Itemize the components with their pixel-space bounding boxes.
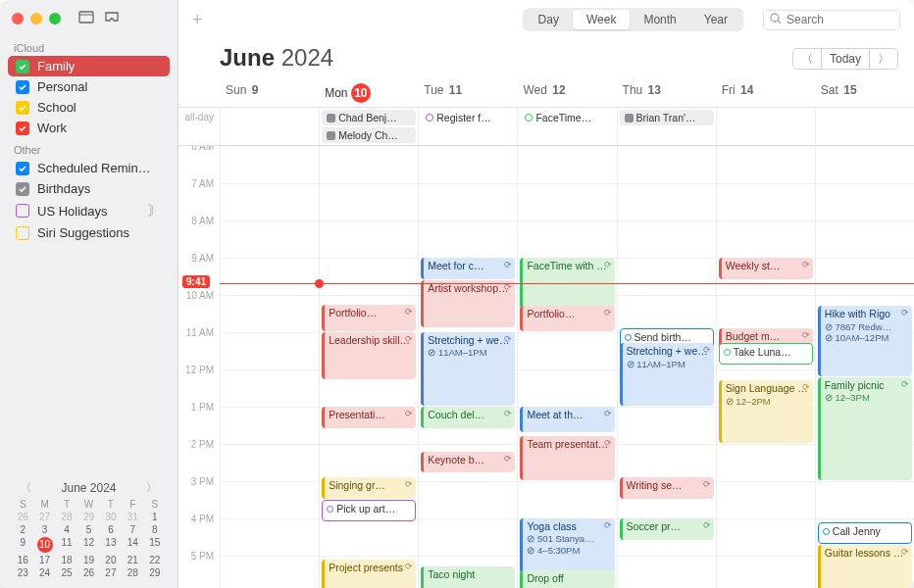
event[interactable]: Take Luna… bbox=[719, 343, 813, 365]
mini-day[interactable]: 16 bbox=[12, 555, 33, 565]
mini-day[interactable]: 21 bbox=[122, 555, 143, 565]
zoom-button[interactable] bbox=[49, 13, 61, 24]
allday-cell[interactable]: Brian Tran'… bbox=[617, 108, 716, 145]
checkbox-icon[interactable] bbox=[16, 204, 29, 218]
mini-day[interactable]: 7 bbox=[122, 524, 143, 535]
checkbox-icon[interactable] bbox=[16, 122, 29, 135]
calendar-siri-suggestions[interactable]: Siri Suggestions bbox=[8, 222, 170, 243]
day-col-12[interactable]: FaceTime with Gran…⟳Portfolio…⟳Meet at t… bbox=[517, 146, 616, 588]
mini-grid[interactable]: SMTWTFS262728293031123456789101112131415… bbox=[12, 499, 166, 578]
checkbox-icon[interactable] bbox=[16, 182, 29, 196]
mini-day[interactable]: 10 bbox=[37, 537, 53, 553]
mini-day[interactable]: 31 bbox=[122, 512, 143, 522]
mini-day[interactable]: 27 bbox=[100, 567, 122, 578]
event[interactable]: Presentati…⟳ bbox=[322, 407, 416, 428]
calendar-scheduled-remin-[interactable]: Scheduled Remin… bbox=[8, 158, 170, 178]
event[interactable]: Pick up art… bbox=[322, 500, 416, 521]
event[interactable]: Family picnic⊘ 12–3PM⟳ bbox=[818, 377, 912, 480]
mini-day[interactable]: 26 bbox=[12, 512, 33, 522]
calendar-birthdays[interactable]: Birthdays bbox=[8, 178, 170, 199]
event[interactable]: Sign Language Club⊘ 12–2PM⟳ bbox=[719, 380, 813, 443]
event[interactable]: Guitar lessons wi…⟳ bbox=[818, 545, 912, 588]
allday-event[interactable]: Brian Tran'… bbox=[620, 110, 714, 125]
allday-cell[interactable] bbox=[220, 108, 319, 145]
minimize-button[interactable] bbox=[30, 13, 42, 24]
mini-day[interactable]: 29 bbox=[144, 567, 166, 578]
day-col-15[interactable]: Hike with Rigo⊘ 7867 Redw…⊘ 10AM–12PM⟳Fa… bbox=[815, 146, 914, 588]
checkbox-icon[interactable] bbox=[16, 101, 29, 115]
day-header-11[interactable]: Tue 11 bbox=[418, 79, 517, 107]
mini-day[interactable]: 20 bbox=[100, 555, 122, 565]
allday-cell[interactable]: Register f… bbox=[418, 108, 517, 145]
allday-event[interactable]: Melody Ch… bbox=[322, 127, 416, 143]
checkbox-icon[interactable] bbox=[16, 162, 29, 175]
event[interactable]: Stretching + weights⊘ 11AM–1PM⟳ bbox=[421, 332, 515, 406]
event[interactable]: Yoga class⊘ 501 Stanya…⊘ 4–5:30PM⟳ bbox=[520, 518, 614, 573]
add-event-button[interactable]: + bbox=[192, 10, 203, 30]
checkbox-icon[interactable] bbox=[16, 80, 29, 94]
event[interactable]: Meet for c…⟳ bbox=[421, 258, 515, 279]
event[interactable]: Hike with Rigo⊘ 7867 Redw…⊘ 10AM–12PM⟳ bbox=[818, 306, 912, 375]
calendar-work[interactable]: Work bbox=[8, 118, 170, 138]
mini-day[interactable]: 13 bbox=[100, 537, 122, 553]
mini-day[interactable]: 22 bbox=[144, 555, 166, 565]
event[interactable]: Team presentati…⟳ bbox=[520, 436, 614, 480]
mini-day[interactable]: 25 bbox=[56, 567, 77, 578]
mini-day[interactable]: 17 bbox=[33, 555, 55, 565]
day-header-10[interactable]: Mon 10 bbox=[319, 79, 418, 107]
inbox-icon[interactable] bbox=[104, 10, 120, 26]
event[interactable]: Leadership skills work…⟳ bbox=[322, 332, 416, 379]
calendar-school[interactable]: School bbox=[8, 97, 170, 118]
today-button[interactable]: Today bbox=[822, 48, 870, 70]
event[interactable]: Soccer pr…⟳ bbox=[620, 518, 714, 540]
mini-day[interactable]: 29 bbox=[77, 512, 99, 522]
day-header-12[interactable]: Wed 12 bbox=[517, 79, 616, 107]
mini-day[interactable]: 30 bbox=[100, 512, 122, 522]
day-header-14[interactable]: Fri 14 bbox=[716, 79, 815, 107]
event[interactable]: Taco night bbox=[421, 566, 515, 588]
mini-day[interactable]: 19 bbox=[77, 555, 99, 565]
grid-wrap[interactable]: 6 AM7 AM8 AM9 AM10 AM11 AM12 PM1 PM2 PM3… bbox=[178, 146, 914, 588]
close-button[interactable] bbox=[12, 13, 24, 24]
search-field[interactable] bbox=[763, 10, 900, 30]
day-col-14[interactable]: Weekly st…⟳Budget m…⟳Take Luna…Sign Lang… bbox=[716, 146, 815, 588]
mini-day[interactable]: 18 bbox=[56, 555, 77, 565]
allday-cell[interactable]: Chad Benj…Melody Ch… bbox=[319, 108, 418, 145]
mini-day[interactable]: 28 bbox=[122, 567, 143, 578]
day-col-11[interactable]: Meet for c…⟳Artist workshop…⟳Stretching … bbox=[418, 146, 517, 588]
mini-day[interactable]: 26 bbox=[77, 567, 99, 578]
allday-cell[interactable]: FaceTime… bbox=[517, 108, 616, 145]
allday-event[interactable]: FaceTime… bbox=[520, 110, 614, 125]
checkbox-icon[interactable] bbox=[16, 226, 29, 240]
mini-day[interactable]: 8 bbox=[144, 524, 166, 535]
search-input[interactable] bbox=[787, 13, 893, 26]
event[interactable]: Stretching + weights⊘ 11AM–1PM⟳ bbox=[620, 343, 714, 406]
view-month[interactable]: Month bbox=[630, 10, 689, 29]
event[interactable]: Meet at th…⟳ bbox=[520, 407, 614, 432]
day-header-15[interactable]: Sat 15 bbox=[815, 79, 914, 107]
calendar-family[interactable]: Family bbox=[8, 56, 170, 76]
event[interactable]: Drop off bbox=[520, 570, 614, 588]
checkbox-icon[interactable] bbox=[16, 60, 29, 74]
event[interactable]: Portfolio…⟳ bbox=[520, 306, 614, 331]
mini-day[interactable]: 9 bbox=[12, 537, 33, 553]
allday-event[interactable]: Chad Benj… bbox=[322, 110, 416, 125]
event[interactable]: Project presents⟳ bbox=[322, 560, 416, 588]
calendar-us-holidays[interactable]: US Holidays〙 bbox=[8, 199, 170, 222]
mini-day[interactable]: 14 bbox=[122, 537, 143, 553]
prev-week-button[interactable]: 〈 bbox=[792, 48, 822, 70]
view-year[interactable]: Year bbox=[690, 10, 741, 29]
mini-day[interactable]: 27 bbox=[33, 512, 55, 522]
event[interactable]: Portfolio…⟳ bbox=[322, 305, 416, 332]
mini-day[interactable]: 3 bbox=[33, 524, 55, 535]
mini-next-button[interactable]: 〉 bbox=[146, 480, 157, 495]
allday-cell[interactable] bbox=[815, 108, 914, 145]
event[interactable]: Weekly st…⟳ bbox=[719, 258, 813, 279]
mini-day[interactable]: 11 bbox=[56, 537, 77, 553]
day-col-9[interactable] bbox=[220, 146, 319, 588]
day-col-10[interactable]: Portfolio…⟳Leadership skills work…⟳Prese… bbox=[319, 146, 418, 588]
event[interactable]: Writing se…⟳ bbox=[620, 477, 714, 499]
mini-day[interactable]: 23 bbox=[12, 567, 33, 578]
view-week[interactable]: Week bbox=[573, 10, 630, 29]
mini-day[interactable]: 5 bbox=[77, 524, 99, 535]
